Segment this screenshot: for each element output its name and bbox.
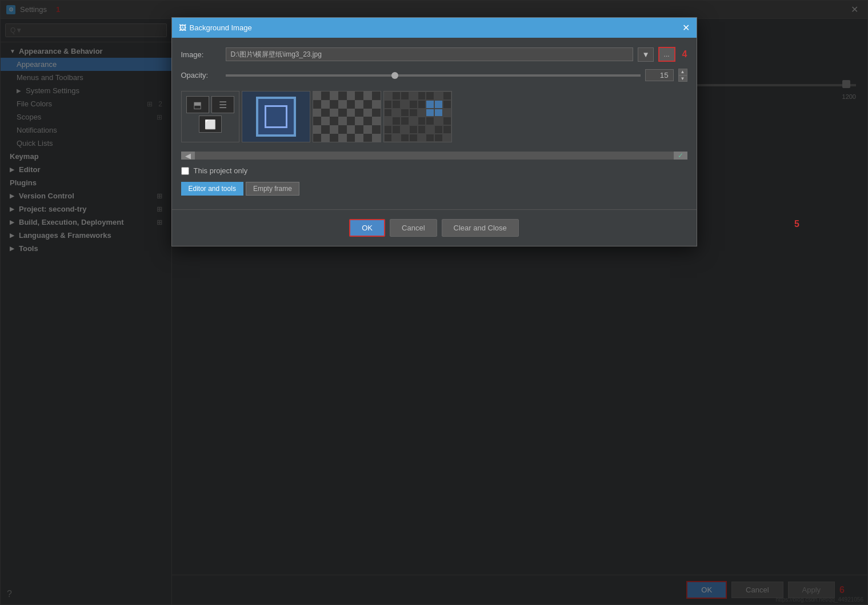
annotation-4: 4	[682, 49, 687, 59]
modal-cancel-button[interactable]: Cancel	[390, 219, 437, 237]
align-rows-button[interactable]: ☰	[211, 96, 234, 113]
modal-title-bar: 🖼 Background Image ✕	[172, 19, 697, 38]
modal-clear-close-button[interactable]: Clear and Close	[442, 219, 519, 237]
annotation-5: 5	[794, 219, 799, 229]
this-project-checkbox[interactable]	[181, 167, 189, 175]
modal-tabs: Editor and tools Empty frame	[181, 182, 687, 196]
opacity-slider-container	[226, 74, 641, 77]
scrollbar-preview: ◀ ✓	[181, 152, 687, 160]
preview-row: ⬒ ☰ ⬜	[181, 91, 687, 142]
opacity-slider-thumb	[391, 72, 398, 79]
scroll-check-icon: ✓	[674, 152, 687, 160]
modal-body: Image: ▼ ... 4 Opacity:	[172, 38, 697, 209]
modal-title-icon: 🖼	[179, 23, 186, 32]
this-project-row: This project only	[181, 166, 687, 175]
opacity-decrement-button[interactable]: ▼	[678, 75, 687, 82]
opacity-label: Opacity:	[181, 71, 221, 79]
modal-footer: OK Cancel Clear and Close 5	[172, 209, 697, 246]
blue-square-preview	[242, 91, 310, 142]
browse-button[interactable]: ...	[658, 47, 675, 62]
align-columns-button[interactable]: ⬒	[186, 96, 209, 113]
opacity-value-input[interactable]	[645, 69, 674, 81]
opacity-spinner: ▲ ▼	[678, 69, 687, 82]
tab-editor-tools[interactable]: Editor and tools	[181, 182, 243, 196]
alignment-group: ⬒ ☰ ⬜	[181, 91, 239, 142]
modal-title-text: Background Image	[190, 23, 252, 32]
image-path-input[interactable]	[226, 47, 634, 61]
background-image-modal: 🖼 Background Image ✕ Image: ▼ ... 4	[171, 19, 697, 246]
checker-preview	[313, 91, 381, 142]
modal-ok-button[interactable]: OK	[349, 219, 385, 237]
alignment-row-2: ⬜	[186, 116, 234, 133]
image-dropdown-button[interactable]: ▼	[638, 47, 653, 62]
opacity-slider[interactable]	[226, 74, 641, 77]
alignment-row-1: ⬒ ☰	[186, 96, 234, 113]
tab-empty-frame[interactable]: Empty frame	[246, 182, 299, 196]
image-row: Image: ▼ ... 4	[181, 47, 687, 62]
modal-overlay: 🖼 Background Image ✕ Image: ▼ ... 4	[1, 19, 867, 604]
opacity-row: Opacity: ▲ ▼	[181, 69, 687, 82]
main-content: ▼ Appearance & Behavior Appearance Menus…	[1, 19, 867, 604]
this-project-label: This project only	[194, 166, 248, 175]
modal-title: 🖼 Background Image	[179, 23, 252, 32]
settings-window: ⚙ Settings 1 ✕ ▼ Appearance & Behavior A…	[0, 0, 868, 605]
modal-close-button[interactable]: ✕	[682, 22, 690, 33]
scroll-left-icon: ◀	[181, 152, 195, 160]
align-center-button[interactable]: ⬜	[199, 116, 222, 133]
blue-grid-preview	[383, 91, 452, 142]
inner-square	[265, 105, 287, 128]
image-label: Image:	[181, 50, 221, 59]
opacity-increment-button[interactable]: ▲	[678, 69, 687, 75]
outer-square	[256, 97, 296, 137]
